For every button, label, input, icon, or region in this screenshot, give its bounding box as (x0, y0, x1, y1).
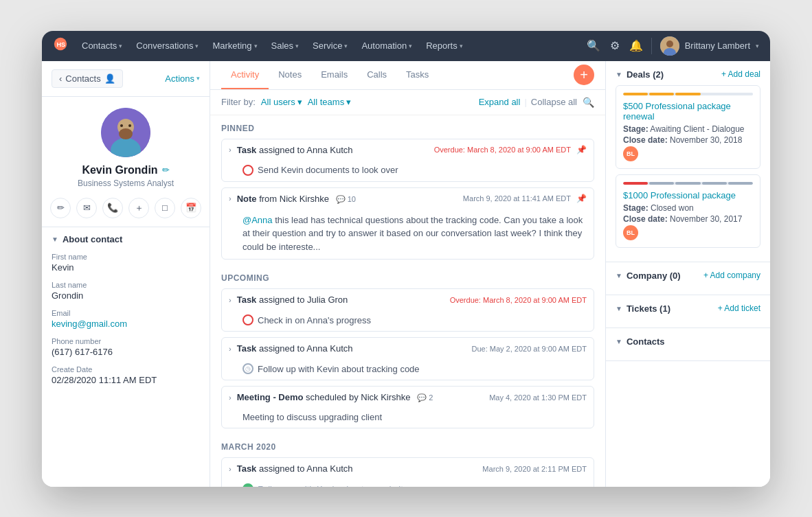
add-deal-button[interactable]: + Add deal (721, 69, 760, 79)
deal-name[interactable]: $500 Professional package renewal (623, 101, 753, 122)
activity-feed: Pinned › Task assigned to Anna Kutch Ove… (210, 115, 605, 487)
meeting-action-button[interactable]: 📅 (181, 198, 201, 218)
tickets-section-header: ▼ Tickets (1) + Add ticket (616, 303, 760, 314)
task-action-button[interactable]: □ (155, 198, 175, 218)
chevron-down-icon: ▾ (297, 97, 302, 107)
phone-action-button[interactable]: 📞 (102, 198, 123, 218)
svg-text:HS: HS (57, 41, 66, 48)
user-menu[interactable]: Brittany Lambert ▾ (660, 36, 759, 56)
task-text: Check in on Anna's progress (258, 315, 371, 325)
deals-section-title[interactable]: ▼ Deals (2) (616, 69, 664, 80)
deal-progress-bar (623, 182, 753, 185)
chevron-down-icon: ▼ (616, 272, 622, 279)
list-item: › Task assigned to Anna Kutch March 9, 2… (221, 457, 594, 487)
tab-calls[interactable]: Calls (357, 61, 396, 89)
chevron-down-icon: ▼ (52, 235, 58, 243)
chevron-down-icon: ▾ (460, 43, 463, 49)
task-text: Send Kevin documents to look over (258, 165, 398, 175)
nav-service[interactable]: Service ▾ (307, 38, 353, 54)
nav-divider (651, 38, 652, 54)
teams-filter[interactable]: All teams ▾ (308, 97, 351, 107)
company-section-title[interactable]: ▼ Company (0) (616, 271, 681, 281)
chevron-down-icon: ▾ (119, 43, 122, 49)
person-icon: 👤 (104, 73, 115, 84)
contact-name: Kevin Grondin (82, 164, 157, 176)
activity-type-label: Task assigned to Anna Kutch (237, 343, 466, 354)
activity-body: ✓ Follow up with Kevin about agenda item… (222, 479, 594, 487)
collapse-all-button[interactable]: Collapse all (531, 97, 577, 107)
activity-body: Check in on Anna's progress (222, 310, 594, 331)
expand-collapse-controls: Expand all | Collapse all (479, 97, 577, 107)
email-action-button[interactable]: ✉ (76, 198, 97, 218)
contact-name-row: Kevin Grondin ✏ (82, 164, 169, 176)
contacts-right-section-title[interactable]: ▼ Contacts (616, 336, 665, 347)
expand-chevron-icon[interactable]: › (229, 393, 232, 402)
task-text: Follow up with Kevin about tracking code (258, 364, 420, 374)
expand-chevron-icon[interactable]: › (229, 345, 232, 353)
company-section-header: ▼ Company (0) + Add company (616, 271, 760, 281)
hubspot-logo[interactable]: HS (53, 36, 68, 55)
pin-icon: 📌 (576, 194, 587, 203)
chevron-down-icon: ▾ (195, 43, 199, 49)
activity-time: Overdue: March 8, 2020 at 9:00 AM EDT (434, 146, 571, 154)
add-action-button[interactable]: ＋ (128, 198, 149, 218)
expand-all-button[interactable]: Expand all (479, 97, 521, 107)
nav-contacts[interactable]: Contacts ▾ (76, 38, 128, 54)
tickets-section-title[interactable]: ▼ Tickets (1) (616, 303, 670, 314)
contacts-right-section-header: ▼ Contacts (616, 336, 760, 347)
deal-stage: Stage: Closed won (623, 203, 753, 213)
activity-type-label: Meeting - Demo scheduled by Nick Kirshke… (237, 392, 484, 402)
chevron-down-icon: ▾ (254, 43, 258, 49)
center-content: Activity Notes Emails Calls Tasks + Filt… (210, 61, 605, 487)
sidebar-header: ‹ Contacts 👤 Actions ▾ (42, 61, 210, 97)
tab-emails[interactable]: Emails (311, 61, 357, 89)
chevron-down-icon: ▾ (409, 43, 412, 49)
list-item: › Note from Nick Kirshke 💬 10 March 9, 2… (221, 187, 594, 260)
meeting-text: Meeting to discuss upgrading client (243, 412, 382, 422)
list-item: › Task assigned to Julia Gron Overdue: M… (221, 288, 594, 332)
expand-chevron-icon[interactable]: › (229, 296, 232, 304)
search-icon[interactable]: 🔍 (587, 39, 600, 52)
filter-bar: Filter by: All users ▾ All teams ▾ Expan… (210, 90, 605, 115)
expand-chevron-icon[interactable]: › (229, 146, 232, 154)
add-company-button[interactable]: + Add company (703, 271, 760, 280)
chevron-down-icon: ▾ (346, 97, 351, 107)
search-icon[interactable]: 🔍 (583, 97, 594, 108)
deal-close-date: Close date: November 30, 2018 (623, 135, 753, 145)
chevron-down-icon: ▾ (196, 75, 200, 82)
nav-automation[interactable]: Automation ▾ (356, 38, 418, 54)
actions-button[interactable]: Actions ▾ (165, 73, 200, 84)
note-action-button[interactable]: ✏ (50, 198, 71, 218)
about-header[interactable]: ▼ About contact (52, 234, 200, 244)
phone-field: Phone number (617) 617-6176 (52, 337, 200, 357)
contacts-back-button[interactable]: ‹ Contacts 👤 (52, 69, 123, 88)
comment-count: 💬 10 (336, 195, 356, 204)
tab-notes[interactable]: Notes (269, 61, 311, 89)
edit-icon[interactable]: ✏ (162, 165, 170, 175)
contact-profile: Kevin Grondin ✏ Business Systems Analyst… (42, 97, 210, 227)
task-status-complete-icon: ✓ (243, 483, 253, 487)
chevron-down-icon: ▼ (616, 71, 622, 78)
nav-conversations[interactable]: Conversations ▾ (131, 38, 204, 54)
activity-body: ◷ Follow up with Kevin about tracking co… (222, 359, 594, 380)
chevron-down-icon: ▾ (756, 43, 759, 49)
users-filter[interactable]: All users ▾ (261, 97, 302, 107)
tab-activity[interactable]: Activity (221, 61, 269, 89)
user-avatar (660, 36, 679, 56)
contact-avatar (101, 108, 150, 157)
tab-tasks[interactable]: Tasks (396, 61, 438, 89)
notifications-icon[interactable]: 🔔 (629, 39, 643, 52)
expand-chevron-icon[interactable]: › (229, 194, 232, 203)
deal-name[interactable]: $1000 Professional package (623, 190, 753, 200)
march-section-header: March 2020 (221, 434, 594, 457)
nav-sales[interactable]: Sales ▾ (266, 38, 305, 54)
expand-chevron-icon[interactable]: › (229, 465, 232, 473)
task-text: Follow up with Kevin about agenda items (258, 484, 420, 487)
nav-marketing[interactable]: Marketing ▾ (207, 38, 262, 54)
add-activity-button[interactable]: + (574, 65, 594, 85)
activity-type-label: Task assigned to Anna Kutch (237, 145, 429, 155)
settings-icon[interactable]: ⚙ (610, 39, 620, 52)
nav-reports[interactable]: Reports ▾ (420, 38, 469, 54)
add-ticket-button[interactable]: + Add ticket (718, 303, 760, 313)
activity-time: May 4, 2020 at 1:30 PM EDT (489, 393, 587, 402)
